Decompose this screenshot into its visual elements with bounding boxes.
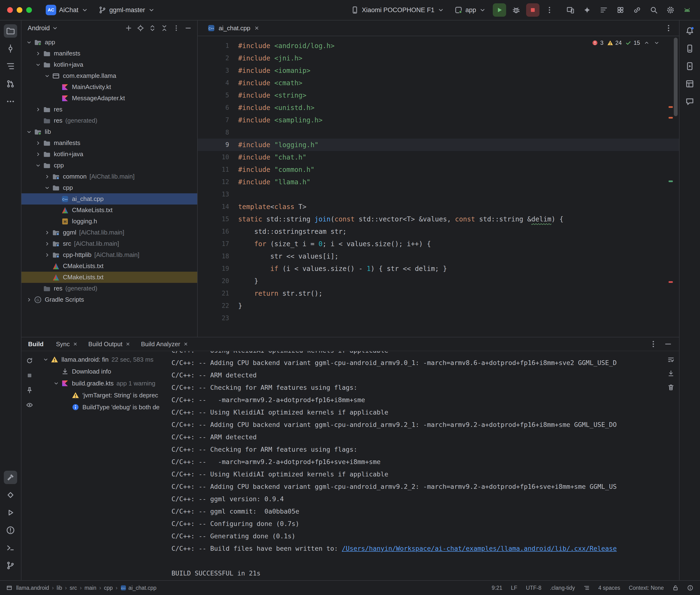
build-icon[interactable]	[4, 471, 17, 484]
line-number[interactable]: 3	[198, 67, 238, 74]
locate-icon[interactable]	[135, 22, 146, 34]
code-line-3[interactable]: 3#include <iomanip>	[198, 64, 679, 77]
settings-icon[interactable]	[664, 3, 677, 17]
line-number[interactable]: 19	[198, 265, 238, 272]
plugins-icon[interactable]	[614, 3, 627, 17]
line-number[interactable]: 6	[198, 104, 238, 111]
minimize-window-button[interactable]	[17, 7, 22, 13]
rerun-icon[interactable]	[23, 355, 36, 367]
project-tree-item-src[interactable]: src[AiChat.lib.main]	[22, 238, 197, 249]
chevron-right-icon[interactable]	[34, 105, 43, 114]
layout-inspector-icon[interactable]	[683, 77, 696, 90]
line-number[interactable]: 21	[198, 290, 238, 297]
build-tree-item[interactable]: build.gradle.ktsapp 1 warning	[38, 377, 170, 389]
running-devices-icon[interactable]	[683, 59, 696, 73]
project-tree-item-mainactivity-kt[interactable]: MainActivity.kt	[22, 81, 197, 93]
code-line-14[interactable]: 14template<class T>	[198, 200, 679, 213]
line-number[interactable]: 17	[198, 240, 238, 247]
editor-scrollbar[interactable]	[674, 36, 678, 337]
run-icon[interactable]	[4, 506, 17, 519]
build-tree-item[interactable]: llama.android: fin22 sec, 583 ms	[38, 353, 170, 366]
scrollbar-thumb[interactable]	[674, 38, 678, 116]
breadcrumb-item[interactable]: main	[85, 585, 96, 591]
line-number[interactable]: 9	[198, 141, 238, 148]
code-line-10[interactable]: 10#include "chat.h"	[198, 151, 679, 163]
caret-position[interactable]: 9:21	[492, 585, 502, 591]
build-options-icon[interactable]	[647, 337, 660, 351]
hide-build-panel-icon[interactable]	[662, 337, 675, 351]
context-widget[interactable]: Context: None	[629, 585, 664, 591]
project-tree-item-cpp-httplib[interactable]: cpp-httplib[AiChat.lib.main]	[22, 249, 197, 260]
project-icon[interactable]	[4, 24, 17, 38]
clang-tidy-widget[interactable]: .clang-tidy	[550, 585, 575, 591]
breadcrumb-item[interactable]: src	[69, 585, 77, 591]
soft-wrap-icon[interactable]	[665, 354, 677, 366]
line-number[interactable]: 10	[198, 153, 238, 161]
previous-problem-icon[interactable]	[643, 39, 650, 46]
chevron-down-icon[interactable]	[41, 355, 50, 364]
unlock-icon[interactable]	[672, 585, 678, 591]
code-line-9[interactable]: 9#include "logging.h"	[198, 139, 679, 151]
build-tree-item[interactable]: Download info	[38, 366, 170, 377]
build-tree-item[interactable]: BuildType 'debug' is both de	[38, 401, 170, 413]
close-window-button[interactable]	[7, 7, 13, 13]
version-control-icon[interactable]	[4, 559, 17, 572]
build-tab-build-analyzer[interactable]: Build Analyzer	[137, 339, 193, 349]
code-line-8[interactable]: 8	[198, 126, 679, 139]
chevron-down-icon[interactable]	[34, 60, 43, 69]
stop-dim-icon[interactable]	[23, 369, 36, 382]
close-tab-icon[interactable]	[125, 341, 131, 347]
chevron-right-icon[interactable]	[34, 139, 43, 147]
chevron-down-icon[interactable]	[25, 38, 33, 47]
breadcrumb-item[interactable]: lib	[57, 585, 62, 591]
pin-icon[interactable]	[23, 384, 36, 396]
chevron-down-icon[interactable]	[34, 161, 43, 170]
file-encoding[interactable]: UTF-8	[526, 585, 541, 591]
code-style-icon[interactable]	[584, 585, 590, 591]
chevron-down-icon[interactable]	[52, 379, 60, 388]
code-line-22[interactable]: 22}	[198, 300, 679, 312]
line-number[interactable]: 20	[198, 277, 238, 285]
run-config-selector[interactable]: app	[451, 4, 489, 16]
dependencies-icon[interactable]	[4, 488, 17, 502]
project-tree-item-lib[interactable]: lib	[22, 126, 197, 137]
code-line-16[interactable]: 16 std::ostringstream str;	[198, 225, 679, 237]
gemini-icon[interactable]	[581, 3, 594, 17]
terminal-icon[interactable]	[4, 541, 17, 555]
code-line-4[interactable]: 4#include <cmath>	[198, 77, 679, 89]
structure-icon[interactable]	[4, 59, 17, 73]
project-tree-item-logging-h[interactable]: Hlogging.h	[22, 216, 197, 227]
preview-icon[interactable]	[23, 399, 36, 411]
project-tree-item-cmakelists-txt[interactable]: CMakeLists.txt	[22, 260, 197, 272]
vcs-branch-selector[interactable]: ggml-master	[95, 4, 159, 16]
line-number[interactable]: 8	[198, 129, 238, 136]
breadcrumb-item[interactable]: C++ai_chat.cpp	[120, 585, 157, 591]
deep-links-icon[interactable]	[631, 3, 644, 17]
chevron-down-icon[interactable]	[43, 183, 52, 192]
project-tree-item-com-example-llama[interactable]: com.example.llama	[22, 70, 197, 81]
line-number[interactable]: 7	[198, 116, 238, 123]
inspections-widget[interactable]: 3 24 15	[589, 38, 662, 48]
project-selector[interactable]: AC AiChat	[43, 3, 92, 17]
project-tree-item-cmakelists-txt[interactable]: CMakeLists.txt	[22, 204, 197, 216]
indent-style[interactable]: 4 spaces	[598, 585, 620, 591]
project-view-mode-selector[interactable]: Android	[28, 25, 58, 32]
line-number[interactable]: 16	[198, 228, 238, 235]
code-line-12[interactable]: 12#include "llama.h"	[198, 176, 679, 188]
search-icon[interactable]	[647, 3, 661, 17]
line-number[interactable]: 5	[198, 92, 238, 99]
more-actions-icon[interactable]	[543, 3, 556, 17]
code-line-5[interactable]: 5#include <string>	[198, 89, 679, 102]
line-number[interactable]: 11	[198, 166, 238, 173]
kebab-icon[interactable]	[171, 22, 182, 34]
more-icon[interactable]	[4, 95, 17, 108]
build-tab-sync[interactable]: Sync	[52, 339, 82, 349]
line-number[interactable]: 15	[198, 216, 238, 223]
app-insights-icon[interactable]	[683, 95, 696, 108]
code-line-13[interactable]: 13	[198, 188, 679, 200]
device-mirroring-icon[interactable]	[564, 3, 577, 17]
line-number[interactable]: 1	[198, 42, 238, 49]
build-output-path-link[interactable]: /Users/hanyin/Workspace/ai-chat/examples…	[342, 545, 617, 552]
code-line-15[interactable]: 15static std::string join(const std::vec…	[198, 213, 679, 225]
line-number[interactable]: 13	[198, 191, 238, 198]
